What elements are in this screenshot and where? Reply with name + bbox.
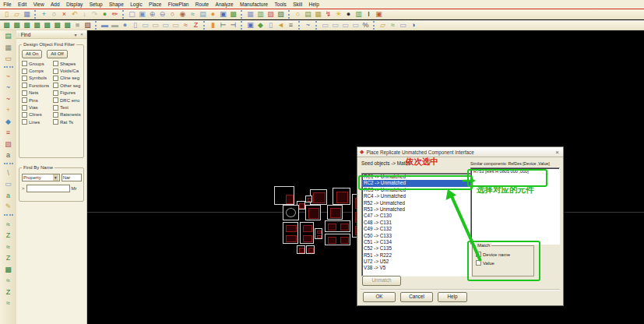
net-tool-7-icon[interactable]: Z: [2, 287, 16, 298]
find-filter-checkbox[interactable]: Figures: [52, 90, 83, 97]
match-list-item[interactable]: C48 -> C131: [362, 220, 470, 226]
checkbox-icon[interactable]: [53, 97, 58, 103]
pcb-footprint[interactable]: [274, 186, 294, 205]
measure-icon[interactable]: ≈: [388, 20, 398, 30]
pcb-footprint[interactable]: [305, 205, 321, 220]
find-filter-checkbox[interactable]: Other seg: [52, 82, 83, 89]
find-filter-checkbox[interactable]: Functions: [21, 82, 52, 89]
find-filter-checkbox[interactable]: Shapes: [52, 60, 83, 67]
menu-item[interactable]: Skill: [290, 2, 305, 7]
doc-icon[interactable]: ▯: [266, 20, 276, 30]
clock-icon[interactable]: ○: [49, 9, 59, 19]
shape-rect-1-icon[interactable]: ▭: [140, 20, 150, 30]
find-filter-checkbox[interactable]: Ratsnests: [52, 111, 83, 118]
checkbox-icon[interactable]: [53, 105, 58, 111]
checkbox-icon[interactable]: [53, 69, 58, 74]
shape-rect-4-icon[interactable]: ▭: [171, 20, 181, 30]
rect-tool-icon[interactable]: ▭: [2, 178, 16, 190]
match-option-checkbox[interactable]: Value: [475, 259, 532, 267]
back-icon[interactable]: ◄: [276, 20, 286, 30]
extend-right-icon[interactable]: ⊣: [228, 20, 238, 30]
checkbox-icon[interactable]: [22, 105, 27, 111]
color-layer-7-icon[interactable]: ▩: [62, 20, 72, 30]
ruler-icon[interactable]: ▭: [2, 53, 16, 65]
pcb-footprint[interactable]: [333, 188, 350, 205]
menu-item[interactable]: Analyze: [212, 2, 237, 7]
checkbox-icon[interactable]: [53, 61, 58, 66]
shaded-view-icon[interactable]: ●: [208, 9, 218, 19]
half-circle-icon[interactable]: ◑: [408, 20, 418, 30]
cancel-button[interactable]: Cancel: [400, 292, 433, 302]
z-copy-icon[interactable]: Z: [191, 20, 201, 30]
sun-icon[interactable]: ☀: [333, 9, 343, 19]
net-tool-8-icon[interactable]: ≈: [2, 298, 16, 309]
delete-icon[interactable]: ×: [59, 9, 69, 19]
layers-red-icon[interactable]: ≡: [2, 127, 16, 139]
snap-grid-icon[interactable]: ▦: [2, 42, 16, 54]
menu-item[interactable]: Setup: [86, 2, 105, 7]
pcb-footprint[interactable]: [283, 205, 299, 220]
drop-icon[interactable]: ↓: [79, 9, 90, 19]
find-filter-checkbox[interactable]: Voids/Ca: [52, 67, 83, 74]
pcb-footprint[interactable]: [327, 205, 343, 220]
net-tool-5-icon[interactable]: ▩: [2, 264, 16, 276]
redo-icon[interactable]: ↷: [90, 9, 100, 19]
zoom-out-icon[interactable]: ⊖: [157, 9, 167, 19]
misc-4-icon[interactable]: ▭: [350, 20, 361, 30]
checkbox-icon[interactable]: [476, 260, 481, 266]
hourglass-icon[interactable]: I: [364, 9, 374, 19]
menu-item[interactable]: View: [30, 2, 47, 7]
match-list-item[interactable]: C51 -> C134: [362, 239, 470, 245]
panel-pin-icon[interactable]: ▾: [72, 32, 79, 37]
find-by-type-select[interactable]: Property▼: [22, 174, 60, 181]
find-filter-checkbox[interactable]: Symbols: [21, 75, 52, 82]
zoom-fit-icon[interactable]: ▣: [137, 9, 147, 19]
chevron-down-icon[interactable]: ▼: [53, 174, 58, 181]
compass-icon[interactable]: ◆: [2, 116, 16, 128]
pcb-footprint[interactable]: [283, 222, 298, 244]
color-layer-4-icon[interactable]: ▩: [32, 20, 42, 30]
misc-3-icon[interactable]: ▭: [340, 20, 350, 30]
constraint-manager-icon[interactable]: ▧: [276, 9, 286, 19]
help-button[interactable]: Help: [438, 292, 467, 302]
board-icon[interactable]: ▩: [228, 9, 238, 19]
open-file-icon[interactable]: ▱: [12, 9, 22, 19]
new-file-icon[interactable]: ▯: [2, 9, 12, 19]
match-list-item[interactable]: R51 -> R222: [362, 252, 470, 259]
menu-item[interactable]: Add: [48, 2, 63, 7]
pin-icon[interactable]: ✏: [110, 9, 120, 19]
color-dialog-icon[interactable]: ▨: [266, 9, 276, 19]
pcb-footprint[interactable]: [325, 234, 350, 245]
color-layer-1-icon[interactable]: ▩: [2, 20, 12, 30]
more-button[interactable]: Mr: [72, 186, 77, 191]
bomb-icon[interactable]: ●: [343, 9, 354, 19]
menu-item[interactable]: Place: [146, 2, 165, 7]
extend-left-icon[interactable]: ⊢: [218, 20, 228, 30]
color-layer-2-icon[interactable]: ▩: [12, 20, 22, 30]
similar-components-list[interactable]: R753 [Res H 0805 000 ,000]: [470, 167, 560, 245]
layer-stack-icon[interactable]: ▤: [2, 30, 16, 42]
pcb-footprint[interactable]: [315, 228, 322, 239]
package-icon[interactable]: ▣: [374, 9, 384, 19]
pcb-footprint[interactable]: [310, 189, 327, 205]
palette-icon[interactable]: ▨: [2, 139, 16, 150]
menu-item[interactable]: Edit: [15, 2, 30, 7]
match-option-checkbox[interactable]: Device name: [475, 250, 532, 259]
find-filter-checkbox[interactable]: Text: [52, 104, 83, 111]
pcb-footprint[interactable]: [300, 222, 314, 244]
all-on-button[interactable]: All On: [22, 50, 42, 58]
menu-item[interactable]: Display: [63, 2, 86, 7]
redraw-icon[interactable]: ≈: [188, 9, 198, 19]
match-list-item[interactable]: C52 -> C135: [362, 245, 470, 252]
match-list-item[interactable]: C50 -> C133: [362, 233, 470, 239]
menu-item[interactable]: Logic: [127, 2, 146, 7]
undo-icon[interactable]: ↶: [69, 9, 79, 19]
menu-item[interactable]: FlowPlan: [165, 2, 192, 7]
checkbox-icon[interactable]: [53, 112, 58, 118]
ok-button[interactable]: OK: [363, 292, 396, 302]
match-list-item[interactable]: U72 -> U52: [362, 259, 470, 265]
pcb-footprint[interactable]: [325, 220, 350, 232]
find-filter-checkbox[interactable]: Pins: [21, 97, 52, 104]
find-filter-checkbox[interactable]: Comps: [21, 67, 52, 74]
wave-icon[interactable]: ≈: [181, 20, 191, 30]
